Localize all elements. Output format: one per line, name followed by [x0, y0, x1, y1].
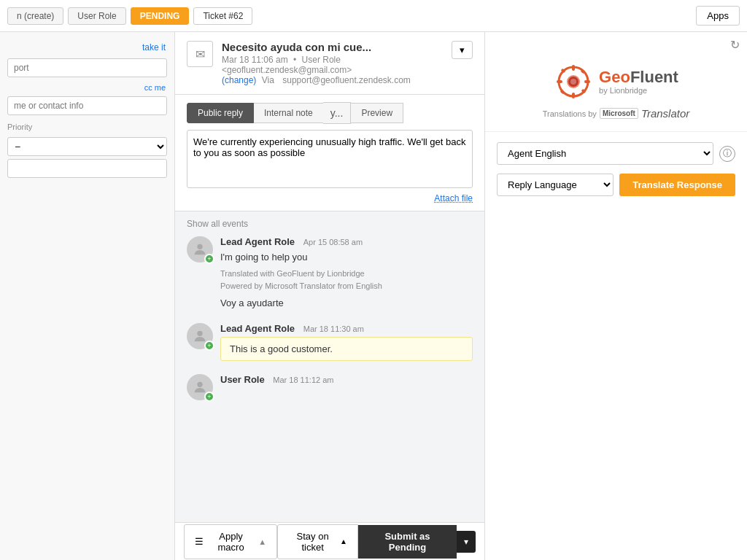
submit-status: Pending	[389, 542, 426, 553]
right-panel-header: ↻	[485, 32, 747, 55]
ticket-change-link[interactable]: (change)	[222, 75, 256, 85]
comment-author-2: Lead Agent Role	[220, 323, 295, 334]
port-input[interactable]	[7, 58, 167, 77]
tab-public-reply[interactable]: Public reply	[187, 103, 254, 123]
microsoft-logo: Microsoft	[600, 108, 638, 119]
stay-on-ticket-button[interactable]: Stay on ticket ▲	[277, 524, 358, 559]
refresh-icon[interactable]: ↻	[730, 38, 740, 52]
attach-file-link[interactable]: Attach file	[187, 193, 473, 203]
name-contact-input[interactable]	[7, 96, 167, 115]
submit-label: Submit as	[384, 531, 430, 542]
ticket-email: <geofluent.zendesk@gmail.com>	[222, 65, 352, 75]
top-bar: n (create) User Role PENDING Ticket #62 …	[0, 0, 747, 32]
tab-internal-note[interactable]: Internal note	[254, 103, 323, 123]
priority-label: Priority	[7, 122, 167, 131]
comment-content-1: Lead Agent Role Apr 15 08:58 am I'm goin…	[220, 236, 473, 310]
comment-translation-1: Translated with GeoFluent by LionbridgeP…	[220, 268, 473, 293]
geofluent-by-label: by Lionbridge	[599, 86, 678, 95]
take-it-link[interactable]: take it	[0, 39, 174, 55]
svg-rect-7	[557, 80, 562, 83]
tab-ticket-number[interactable]: Ticket #62	[193, 7, 252, 25]
comment-card-1: Lead Agent Role Apr 15 08:58 am I'm goin…	[187, 236, 473, 310]
ms-translator-label: Translations by Microsoft Translator	[543, 107, 690, 120]
ticket-title-block: Necesito ayuda con mi cue... Mar 18 11:0…	[222, 41, 443, 85]
apps-button[interactable]: Apps	[696, 6, 740, 26]
comment-card-2: Lead Agent Role Mar 18 11:30 am This is …	[187, 323, 473, 361]
translate-response-button[interactable]: Translate Response	[619, 174, 735, 196]
comment-body-1: I'm going to help you	[220, 250, 473, 265]
stay-ticket-caret: ▲	[340, 537, 347, 545]
comment-time-1: Apr 15 08:58 am	[303, 238, 363, 246]
svg-rect-5	[572, 65, 575, 71]
reply-textarea[interactable]: We're currently experiencing unusually h…	[187, 130, 473, 188]
avatar-1	[187, 236, 213, 262]
tab-new[interactable]: n (create)	[7, 7, 63, 25]
ticket-via: Via	[262, 75, 274, 85]
avatar-badge-1	[204, 254, 214, 264]
svg-point-2	[197, 382, 202, 387]
comment-content-3: User Role Mar 18 11:12 am	[220, 374, 473, 385]
center-panel: ✉ Necesito ayuda con mi cue... Mar 18 11…	[175, 32, 484, 560]
apply-macro-button[interactable]: ☰ Apply macro ▲	[184, 524, 277, 559]
tab-more[interactable]: y...	[323, 102, 352, 124]
comment-body-yellow-2: This is a good customer.	[220, 337, 473, 361]
reply-tabs: Public reply Internal note y... Preview	[187, 102, 473, 124]
submit-as-pending-button[interactable]: Submit as Pending	[358, 525, 457, 559]
ticket-support-email: support@geofluent.zendesk.com	[282, 75, 411, 85]
comment-card-3: User Role Mar 18 11:12 am	[187, 374, 473, 400]
svg-rect-8	[584, 80, 590, 83]
translations-by-label: Translations by	[543, 109, 597, 118]
agent-lang-row: Agent English ⓘ	[497, 142, 735, 165]
events-area: Show all events Lead Agent Role Apr 15 0…	[175, 211, 484, 522]
list-icon: ☰	[195, 536, 204, 547]
reply-lang-row: Reply Language Translate Response	[497, 174, 735, 196]
comment-translated-1: Voy a ayudarte	[220, 296, 473, 311]
cc-me-link[interactable]: cc me	[0, 80, 174, 93]
right-panel: ↻	[484, 32, 747, 560]
avatar-3	[187, 374, 213, 400]
geofluent-brand-text: GeoFluent by Lionbridge	[599, 69, 678, 95]
geo-logo-image: GeoFluent by Lionbridge	[554, 62, 678, 101]
priority-select[interactable]: –	[7, 137, 167, 156]
stay-ticket-label: Stay on ticket	[288, 531, 337, 553]
ticket-title: Necesito ayuda con mi cue...	[222, 41, 443, 53]
ticket-role: User Role	[302, 55, 341, 65]
bottom-bar: ☰ Apply macro ▲ Stay on ticket ▲ Submit …	[175, 522, 484, 560]
comment-time-2: Mar 18 11:30 am	[303, 324, 364, 333]
apply-macro-label: Apply macro	[208, 531, 254, 553]
geofluent-gear-icon	[554, 62, 593, 101]
extra-sidebar-input[interactable]	[7, 159, 167, 178]
priority-row: –	[0, 137, 174, 156]
geo-controls: Agent English ⓘ Reply Language Translate…	[485, 132, 747, 206]
comment-time-3: Mar 18 11:12 am	[273, 376, 333, 384]
translator-word: Translator	[641, 107, 689, 120]
show-all-events-link[interactable]: Show all events	[187, 219, 473, 229]
tab-pending[interactable]: PENDING	[131, 7, 190, 25]
ticket-dropdown-button[interactable]: ▾	[452, 41, 473, 59]
ticket-header: ✉ Necesito ayuda con mi cue... Mar 18 11…	[175, 32, 484, 95]
comment-author-3: User Role	[220, 374, 265, 385]
ticket-meta: Mar 18 11:06 am • User Role <geofluent.z…	[222, 55, 443, 85]
reply-area: Public reply Internal note y... Preview …	[175, 95, 484, 211]
agent-language-select[interactable]: Agent English	[497, 142, 713, 165]
comment-content-2: Lead Agent Role Mar 18 11:30 am This is …	[220, 323, 473, 361]
avatar-badge-2	[204, 341, 214, 351]
svg-point-1	[197, 331, 202, 336]
email-icon: ✉	[187, 41, 213, 67]
sidebar: take it cc me Priority –	[0, 32, 175, 560]
avatar-badge-3	[204, 392, 214, 402]
svg-point-14	[570, 79, 576, 85]
apply-macro-caret: ▲	[258, 537, 266, 546]
svg-point-0	[197, 244, 202, 249]
tab-preview[interactable]: Preview	[351, 103, 403, 123]
reply-language-select[interactable]: Reply Language	[497, 174, 614, 196]
submit-pending-caret-button[interactable]: ▾	[457, 531, 476, 553]
main-layout: take it cc me Priority – ✉ Necesito ayud…	[0, 32, 747, 560]
svg-rect-6	[572, 93, 575, 98]
geofluent-logo: GeoFluent by Lionbridge Translations by …	[485, 55, 747, 132]
agent-lang-info-icon[interactable]: ⓘ	[719, 146, 735, 162]
stay-ticket-area: Stay on ticket ▲ Submit as Pending ▾	[277, 524, 476, 559]
comment-author-1: Lead Agent Role	[220, 236, 295, 247]
ticket-date: Mar 18 11:06 am	[222, 55, 288, 65]
tab-user-role[interactable]: User Role	[68, 7, 125, 25]
